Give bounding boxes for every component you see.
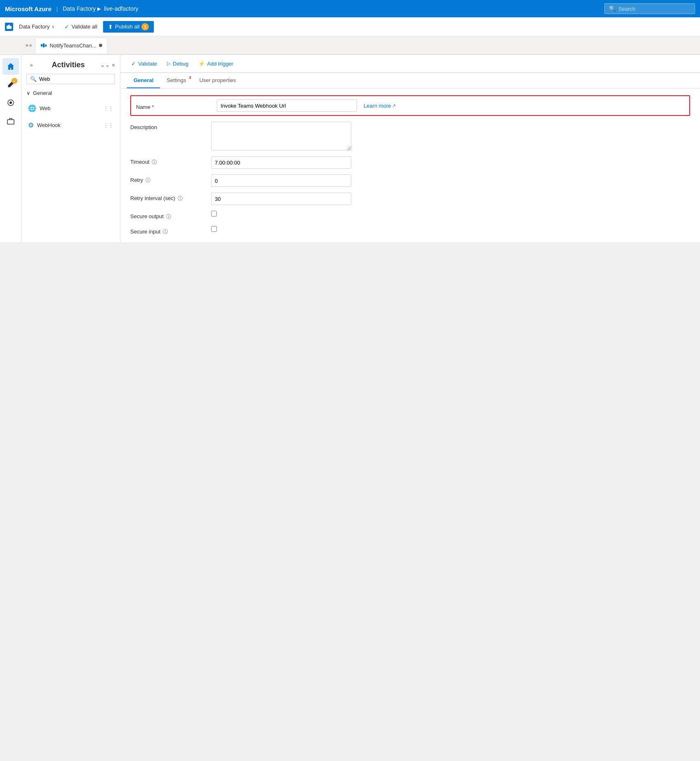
category-label: General — [33, 90, 52, 96]
activity-item-web[interactable]: 🌐 Web ⋮⋮ — [25, 102, 117, 115]
chevron-icon: ∨ — [52, 24, 54, 29]
timeout-label: Timeout ⓘ — [130, 156, 204, 166]
external-link-icon: ↗ — [392, 103, 396, 108]
top-navigation: Microsoft Azure | Data Factory ▶ live-ad… — [0, 0, 700, 17]
chevron-down-icon: ∨ — [26, 90, 31, 96]
name-input[interactable] — [217, 99, 357, 112]
webhook-activity-icon: ⚙ — [28, 121, 34, 129]
publish-all-btn[interactable]: ⬆ Publish all 1 — [103, 21, 154, 33]
activities-search-input[interactable] — [39, 76, 111, 82]
validate-label: Validate — [138, 61, 157, 67]
user-properties-tab-label: User properties — [199, 77, 236, 83]
timeout-input[interactable] — [211, 156, 351, 169]
secure-output-checkbox[interactable] — [211, 211, 217, 217]
timeout-info-icon[interactable]: ⓘ — [152, 159, 157, 165]
retry-interval-input[interactable] — [211, 193, 351, 205]
bottom-form: Name Learn more ↗ Description — [120, 89, 700, 242]
secure-output-label: Secure output ⓘ — [130, 211, 204, 220]
activity-item-web-left: 🌐 Web — [28, 104, 51, 112]
pencil-badge: 1 — [12, 78, 17, 84]
drag-handle-icon[interactable]: ⋮⋮ — [103, 106, 113, 111]
checkmark-icon: ✓ — [64, 24, 69, 30]
retry-row: Retry ⓘ — [130, 174, 690, 187]
nav-arrow-icon: ▶ — [97, 6, 101, 12]
svg-rect-2 — [10, 26, 12, 29]
publish-all-label: Publish all — [115, 24, 139, 30]
secure-input-label-text: Secure input — [130, 229, 160, 235]
drag-handle-webhook-icon[interactable]: ⋮⋮ — [103, 123, 113, 128]
play-icon: ▷ — [167, 61, 171, 66]
activity-item-webhook-left: ⚙ WebHook — [28, 121, 61, 129]
resource-name: live-adfactory — [104, 5, 138, 12]
bottom-tabs: General Settings 3 User properties — [120, 73, 700, 89]
description-row: Description — [130, 122, 690, 151]
retry-interval-label-text: Retry interval (sec) — [130, 195, 175, 201]
svg-rect-8 — [7, 120, 14, 124]
collapse-left-icon[interactable]: « — [112, 61, 115, 68]
secure-input-label: Secure input ⓘ — [130, 226, 204, 236]
sidebar-item-pencil[interactable]: 1 — [2, 76, 19, 93]
description-label: Description — [130, 122, 204, 130]
search-box[interactable]: 🔍 — [604, 3, 695, 14]
activities-title: Activities — [52, 61, 85, 69]
settings-badge: 3 — [189, 75, 191, 80]
factory-dropdown-btn[interactable]: Data Factory ∨ — [15, 21, 59, 32]
retry-label: Retry ⓘ — [130, 174, 204, 184]
svg-rect-3 — [41, 44, 42, 47]
retry-interval-row: Retry interval (sec) ⓘ — [130, 193, 690, 205]
add-trigger-btn[interactable]: ⚡ Add trigger — [194, 59, 237, 69]
search-input[interactable] — [618, 6, 691, 12]
web-activity-icon: 🌐 — [28, 104, 36, 112]
secure-output-row: Secure output ⓘ — [130, 211, 690, 220]
activity-item-webhook[interactable]: ⚙ WebHook ⋮⋮ — [25, 119, 117, 132]
svg-rect-5 — [45, 45, 47, 47]
debug-btn[interactable]: ▷ Debug — [163, 59, 193, 69]
learn-more-link[interactable]: Learn more ↗ — [364, 103, 396, 109]
webhook-activity-label: WebHook — [37, 122, 61, 128]
validate-btn[interactable]: ✓ Validate — [127, 58, 161, 69]
activities-category-general[interactable]: ∨ General — [25, 88, 117, 98]
retry-interval-info-icon[interactable]: ⓘ — [178, 196, 183, 201]
breadcrumb-expand-icon[interactable]: » — [26, 60, 36, 70]
retry-interval-label: Retry interval (sec) ⓘ — [130, 193, 204, 202]
collapse-icon[interactable]: ⌄⌄ — [100, 61, 110, 68]
activities-search-box[interactable]: 🔍 — [26, 74, 115, 84]
web-activity-label: Web — [40, 105, 51, 111]
factory-label: Data Factory — [19, 24, 49, 30]
publish-badge: 1 — [141, 23, 149, 31]
tab-modified-dot — [99, 44, 102, 47]
pipeline-icon — [40, 42, 47, 49]
activities-header: » Activities ⌄⌄ « — [25, 60, 117, 70]
sidebar-item-home[interactable] — [2, 58, 19, 75]
lightning-icon: ⚡ — [198, 61, 205, 67]
secure-input-info-icon[interactable]: ⓘ — [163, 229, 168, 235]
tab-settings[interactable]: Settings 3 — [160, 73, 193, 88]
name-field-wrapper: Name Learn more ↗ — [130, 95, 690, 116]
retry-input[interactable] — [211, 174, 351, 187]
nav-separator: | — [56, 6, 58, 12]
activities-controls: ⌄⌄ « — [100, 61, 115, 68]
main-toolbar: Data Factory ∨ ✓ Validate all ⬆ Publish … — [0, 17, 700, 36]
sidebar-item-monitor[interactable] — [2, 94, 19, 111]
tab-user-properties[interactable]: User properties — [193, 73, 242, 88]
description-input[interactable] — [211, 122, 351, 151]
service-name[interactable]: Data Factory ▶ — [63, 5, 101, 12]
tab-general[interactable]: General — [127, 73, 160, 88]
retry-info-icon[interactable]: ⓘ — [146, 177, 150, 183]
secure-input-checkbox[interactable] — [211, 226, 217, 232]
validate-all-btn[interactable]: ✓ Validate all — [60, 21, 101, 32]
secure-output-info-icon[interactable]: ⓘ — [166, 214, 171, 219]
pipeline-tab[interactable]: NotifyTeamsChan... — [35, 38, 107, 53]
svg-rect-0 — [7, 26, 8, 29]
factory-icon — [5, 23, 13, 31]
search-icon: 🔍 — [30, 76, 37, 82]
tab-label: NotifyTeamsChan... — [49, 42, 96, 49]
debug-label: Debug — [173, 61, 188, 67]
publish-icon: ⬆ — [108, 24, 113, 30]
search-icon: 🔍 — [609, 5, 616, 12]
sidebar-item-briefcase[interactable] — [2, 113, 19, 129]
timeout-row: Timeout ⓘ — [130, 156, 690, 169]
tab-expand-btn[interactable]: »» — [23, 42, 34, 48]
learn-more-text: Learn more — [364, 103, 391, 109]
canvas-toolbar: ✓ Validate ▷ Debug ⚡ Add trigger — [120, 55, 700, 73]
